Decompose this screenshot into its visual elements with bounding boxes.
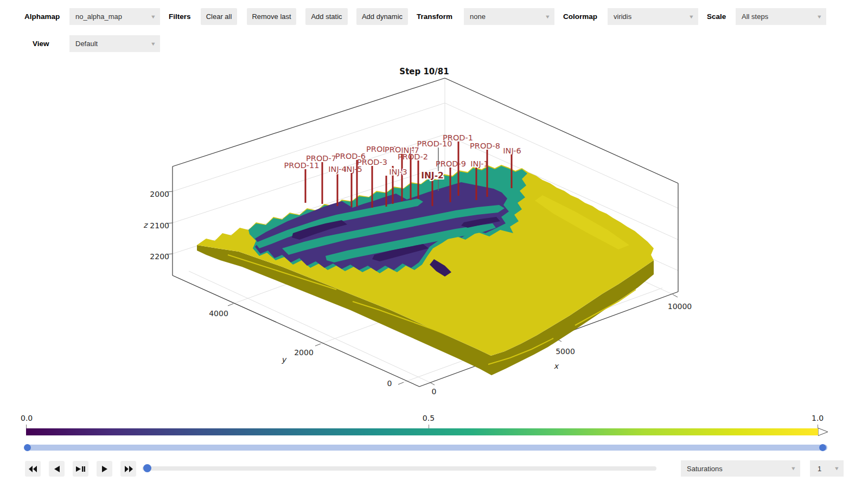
alphamap-dropdown[interactable]: no_alpha_map ▼ (69, 8, 160, 25)
colormap-label: Colormap (563, 8, 597, 25)
well-label: PROD-1 (443, 133, 473, 142)
chevron-down-icon: ▼ (790, 466, 796, 471)
step-dropdown-value: 1 (818, 465, 821, 473)
transform-dropdown[interactable]: none ▼ (464, 8, 554, 25)
x-tick-label: 0 (432, 387, 437, 396)
chevron-down-icon: ▼ (688, 14, 694, 20)
well-label: INJ-6 (503, 146, 521, 155)
scale-dropdown-value: All steps (742, 12, 768, 21)
well-label: INJ-3 (389, 168, 407, 176)
y-tick-label: 0 (387, 379, 392, 388)
time-slider-handle[interactable] (143, 464, 151, 472)
step-range-slider-handle-right[interactable] (819, 444, 826, 451)
colormap-dropdown-value: viridis (614, 12, 631, 21)
well-label: PROD-8 (470, 142, 500, 150)
chevron-down-icon: ▼ (150, 14, 156, 20)
y-tick-label: 4000 (209, 309, 228, 318)
z-axis-ticks: 2000 2100 2200 z (143, 190, 169, 261)
colorbar-gradient (26, 428, 818, 435)
scale-label: Scale (707, 8, 726, 25)
transform-label: Transform (417, 8, 452, 25)
z-axis-label: z (143, 221, 148, 229)
play-icon (101, 466, 108, 472)
transform-dropdown-value: none (470, 12, 486, 21)
colorbar-arrow-icon (818, 428, 829, 436)
clear-all-button[interactable]: Clear all (201, 8, 237, 25)
well-label: PROD-3 (357, 158, 387, 166)
colormap-dropdown[interactable]: viridis ▼ (608, 8, 698, 25)
step-dropdown[interactable]: 1 ▼ (810, 460, 844, 477)
alphamap-dropdown-value: no_alpha_map (75, 12, 122, 21)
plot-canvas[interactable]: PROD-11 PROD-7 PROD-6 INJ-4 INJ-5 PROD-3… (136, 60, 711, 396)
well-label-selected: INJ-2 (421, 171, 444, 181)
colorbar-tick (429, 425, 429, 428)
well-label: PROD-2 (398, 152, 428, 161)
colorbar-mid-label: 0.5 (417, 414, 441, 422)
step-backward-icon (53, 466, 61, 472)
view-dropdown[interactable]: Default ▼ (69, 35, 160, 52)
play-button[interactable] (97, 461, 112, 477)
y-axis-label: y (282, 355, 287, 364)
well-label: PROD-7 (306, 154, 336, 163)
play-pause-icon (76, 466, 85, 472)
fast-backward-icon (29, 466, 37, 472)
z-tick-label: 2200 (150, 252, 169, 261)
y-axis-ticks: 4000 2000 0 y (209, 309, 392, 388)
z-tick-label: 2000 (150, 190, 169, 198)
fast-backward-button[interactable] (25, 461, 41, 477)
alphamap-label: Alphamap (24, 8, 60, 25)
field-dropdown[interactable]: Saturations ▼ (681, 460, 800, 477)
chevron-down-icon: ▼ (150, 41, 156, 47)
x-tick-label: 5000 (556, 347, 575, 356)
well-label: INJ-1 (470, 159, 488, 168)
add-dynamic-button[interactable]: Add dynamic (356, 8, 408, 25)
chevron-down-icon: ▼ (545, 14, 551, 20)
colorbar-max-label: 1.0 (812, 414, 824, 422)
add-static-button[interactable]: Add static (305, 8, 348, 25)
chevron-down-icon: ▼ (834, 466, 840, 471)
fast-forward-icon (124, 466, 133, 472)
x-axis-label: x (554, 362, 559, 370)
field-dropdown-value: Saturations (687, 465, 723, 473)
step-backward-button[interactable] (49, 461, 65, 477)
remove-last-button[interactable]: Remove last (247, 8, 296, 25)
filters-label: Filters (169, 8, 191, 25)
play-pause-button[interactable] (73, 461, 88, 477)
colorbar-tick (26, 425, 27, 428)
scale-dropdown[interactable]: All steps ▼ (736, 8, 826, 25)
z-tick-label: 2100 (150, 221, 169, 230)
x-tick-label: 10000 (668, 302, 692, 311)
time-slider-track[interactable] (142, 466, 656, 471)
chevron-down-icon: ▼ (816, 14, 822, 20)
step-range-slider-track[interactable] (24, 445, 827, 451)
view-dropdown-value: Default (75, 40, 98, 48)
well-label: PROD-9 (436, 159, 466, 168)
fast-forward-button[interactable] (120, 461, 136, 477)
colorbar-min-label: 0.0 (21, 414, 33, 422)
view-label: View (33, 35, 49, 52)
y-tick-label: 2000 (294, 348, 314, 357)
step-range-slider-handle-left[interactable] (24, 444, 31, 451)
